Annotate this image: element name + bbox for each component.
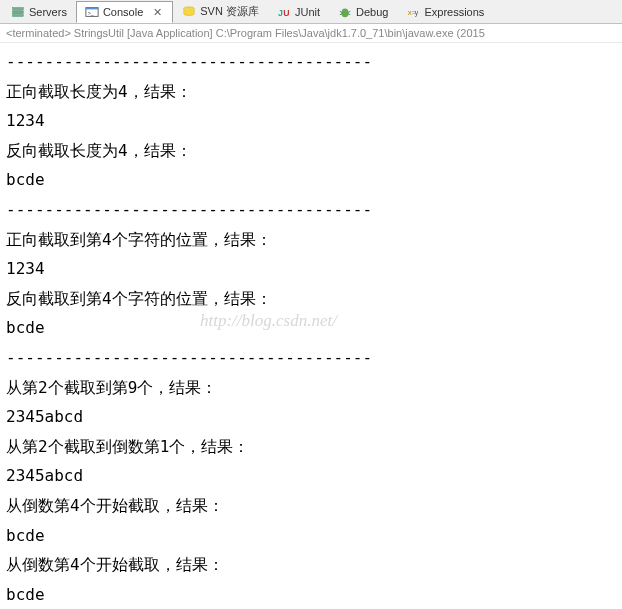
tab-label: JUnit bbox=[295, 6, 320, 18]
close-icon[interactable]: ✕ bbox=[151, 6, 164, 19]
console-line: 从倒数第4个开始截取，结果： bbox=[6, 491, 616, 521]
junit-icon: JU bbox=[277, 5, 291, 19]
svg-text:y: y bbox=[415, 8, 419, 16]
console-line: 1234 bbox=[6, 106, 616, 136]
console-line: 从第2个截取到第9个，结果： bbox=[6, 373, 616, 403]
svg-text:J: J bbox=[278, 7, 283, 17]
tab-servers[interactable]: Servers bbox=[2, 1, 76, 23]
console-line: 反向截取到第4个字符的位置，结果： bbox=[6, 284, 616, 314]
tab-label: Expressions bbox=[424, 6, 484, 18]
tab-label: SVN 资源库 bbox=[200, 4, 259, 19]
console-line: 从倒数第4个开始截取，结果： bbox=[6, 550, 616, 580]
console-output-area: http://blog.csdn.net/ ------------------… bbox=[0, 43, 622, 609]
tab-console[interactable]: >_ Console ✕ bbox=[76, 1, 173, 23]
svn-icon bbox=[182, 5, 196, 19]
tab-svn[interactable]: SVN 资源库 bbox=[173, 1, 268, 23]
tabs-bar: Servers >_ Console ✕ SVN 资源库 JU JUnit De… bbox=[0, 0, 622, 24]
debug-icon bbox=[338, 5, 352, 19]
console-line: -------------------------------------- bbox=[6, 343, 616, 373]
console-line: -------------------------------------- bbox=[6, 47, 616, 77]
console-line: bcde bbox=[6, 165, 616, 195]
console-line: bcde bbox=[6, 521, 616, 551]
svg-text:>_: >_ bbox=[88, 10, 94, 16]
servers-icon bbox=[11, 5, 25, 19]
console-line: -------------------------------------- bbox=[6, 195, 616, 225]
console-line: 2345abcd bbox=[6, 461, 616, 491]
tab-label: Console bbox=[103, 6, 143, 18]
console-line: 从第2个截取到倒数第1个，结果： bbox=[6, 432, 616, 462]
tab-junit[interactable]: JU JUnit bbox=[268, 1, 329, 23]
console-icon: >_ bbox=[85, 5, 99, 19]
output-content: --------------------------------------正向… bbox=[6, 47, 616, 609]
tab-expressions[interactable]: x=y Expressions bbox=[397, 1, 493, 23]
expressions-icon: x=y bbox=[406, 5, 420, 19]
console-line: bcde bbox=[6, 580, 616, 609]
console-line: 正向截取到第4个字符的位置，结果： bbox=[6, 225, 616, 255]
console-line: 反向截取长度为4，结果： bbox=[6, 136, 616, 166]
console-line: bcde bbox=[6, 313, 616, 343]
tab-debug[interactable]: Debug bbox=[329, 1, 397, 23]
console-status-header: <terminated> StringsUtil [Java Applicati… bbox=[0, 24, 622, 43]
svg-rect-0 bbox=[13, 7, 24, 10]
tab-label: Servers bbox=[29, 6, 67, 18]
console-line: 正向截取长度为4，结果： bbox=[6, 77, 616, 107]
svg-rect-2 bbox=[13, 14, 24, 16]
tab-label: Debug bbox=[356, 6, 388, 18]
svg-rect-1 bbox=[13, 11, 24, 14]
svg-text:U: U bbox=[283, 7, 289, 17]
console-line: 1234 bbox=[6, 254, 616, 284]
console-line: 2345abcd bbox=[6, 402, 616, 432]
svg-point-9 bbox=[342, 8, 349, 17]
